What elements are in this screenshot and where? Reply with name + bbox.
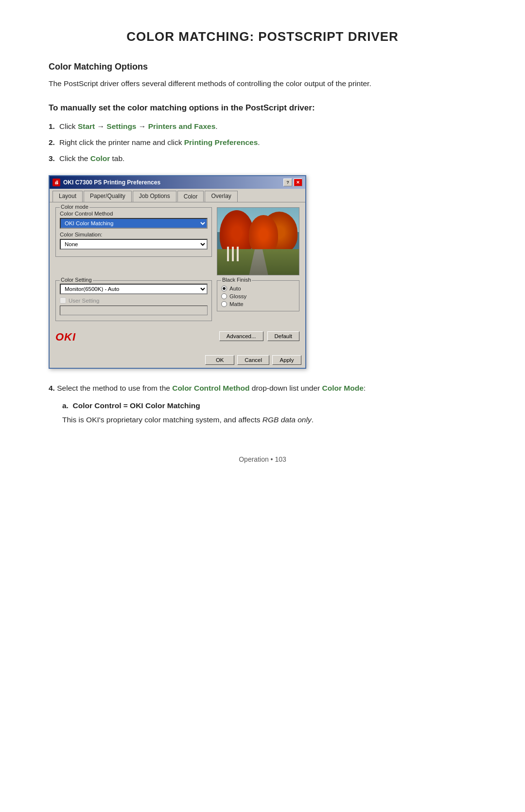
- radio-glossy-circle: [221, 293, 227, 299]
- user-setting-text-input: [60, 306, 208, 315]
- tree-landscape: [217, 208, 299, 275]
- black-finish-label: Black Finish: [221, 277, 252, 283]
- black-finish-options: Auto Glossy Matte: [221, 286, 295, 307]
- step-3: 3. Click the Color tab.: [49, 153, 476, 165]
- dialog-main-area: Color mode Color Control Method OKI Colo…: [55, 207, 299, 275]
- color-setting-group-wrapper: Color Setting Monitor(6500K) - Auto User…: [55, 280, 212, 325]
- step4-text2: drop-down list under: [249, 384, 322, 392]
- section1-heading: Color Matching Options: [49, 62, 476, 72]
- radio-glossy-label: Glossy: [229, 293, 246, 299]
- black-finish-group: Black Finish Auto Glossy: [217, 280, 299, 311]
- fence-post-1: [227, 247, 229, 261]
- default-button[interactable]: Default: [267, 331, 299, 341]
- tab-layout[interactable]: Layout: [52, 191, 83, 202]
- substep-a-body-before: This is OKI's proprietary color matching…: [62, 415, 262, 424]
- substep-a-title: Color Control = OKI Color Matching: [73, 401, 200, 410]
- apply-button[interactable]: Apply: [272, 355, 301, 365]
- substep-a-label: a.: [62, 401, 69, 410]
- fence-post-2: [232, 247, 234, 261]
- dialog-title: OKI C7300 PS Printing Preferences: [63, 179, 283, 186]
- oki-logo: OKI: [55, 331, 76, 343]
- step1-link-printers: Printers and Faxes: [148, 122, 216, 130]
- color-simulation-dropdown[interactable]: None: [60, 239, 208, 250]
- substep-a-body-italic: RGB data only: [262, 415, 312, 424]
- color-mode-group: Color mode Color Control Method OKI Colo…: [55, 207, 212, 257]
- user-setting-checkbox: User Setting: [60, 297, 208, 304]
- dialog-control-buttons: ? ✕: [283, 179, 302, 186]
- advanced-button[interactable]: Advanced...: [219, 331, 263, 341]
- dialog-tabs: Layout Paper/Quality Job Options Color O…: [50, 189, 305, 202]
- step3-text-after: tab.: [112, 154, 125, 162]
- color-control-dropdown[interactable]: OKI Color Matching: [60, 218, 208, 229]
- black-finish-group-wrapper: Black Finish Auto Glossy: [217, 280, 299, 325]
- dialog-box: 🖨 OKI C7300 PS Printing Preferences ? ✕ …: [49, 175, 306, 369]
- color-control-label: Color Control Method: [60, 211, 208, 217]
- color-mode-label: Color mode: [60, 204, 89, 210]
- page-title: COLOR MATCHING: POSTSCRIPT DRIVER: [49, 29, 476, 44]
- close-button[interactable]: ✕: [294, 179, 302, 186]
- radio-auto-circle: [221, 286, 227, 291]
- step4-text3: :: [364, 384, 366, 392]
- color-simulation-label: Color Simulation:: [60, 232, 208, 237]
- step3-num: 3.: [49, 153, 55, 165]
- page-footer: Operation • 103: [49, 455, 476, 463]
- section1-body: The PostScript driver offers several dif…: [49, 78, 476, 90]
- step1-link-settings: Settings: [106, 122, 136, 130]
- step1-period: .: [215, 122, 217, 130]
- step-2: 2. Right click the printer name and clic…: [49, 137, 476, 149]
- step1-arrow2: →: [139, 122, 148, 130]
- tab-overlay[interactable]: Overlay: [205, 191, 237, 202]
- dialog-left: Color mode Color Control Method OKI Colo…: [55, 207, 212, 275]
- dialog-content: Color mode Color Control Method OKI Colo…: [50, 202, 305, 352]
- substep-a-body: This is OKI's proprietary color matching…: [62, 414, 476, 426]
- user-setting-label: User Setting: [69, 298, 99, 304]
- section2-heading: To manually set the color matching optio…: [49, 103, 476, 113]
- dialog-bottom-groups: Color Setting Monitor(6500K) - Auto User…: [55, 280, 299, 325]
- steps-list: 1. Click Start → Settings → Printers and…: [49, 121, 476, 164]
- step-1: 1. Click Start → Settings → Printers and…: [49, 121, 476, 133]
- dialog-right: [217, 207, 299, 275]
- step4-link2: Color Mode: [322, 384, 364, 392]
- ok-button[interactable]: OK: [205, 355, 234, 365]
- step3-link: Color: [90, 154, 110, 162]
- step3-text: Click the Color tab.: [59, 154, 124, 162]
- step2-text: Right click the printer name and click P…: [59, 138, 260, 146]
- fence-post-3: [237, 247, 239, 261]
- step1-text: Click Start → Settings → Printers and Fa…: [59, 122, 218, 130]
- dialog-titlebar: 🖨 OKI C7300 PS Printing Preferences ? ✕: [50, 176, 305, 189]
- substep-a-body-after: .: [312, 415, 314, 424]
- help-button[interactable]: ?: [283, 179, 292, 186]
- step2-num: 2.: [49, 137, 55, 149]
- dialog-wrapper: 🖨 OKI C7300 PS Printing Preferences ? ✕ …: [49, 175, 476, 369]
- radio-glossy[interactable]: Glossy: [221, 293, 295, 299]
- tab-job-options[interactable]: Job Options: [133, 191, 176, 202]
- radio-matte-circle: [221, 301, 227, 307]
- tab-color[interactable]: Color: [177, 191, 204, 202]
- radio-auto[interactable]: Auto: [221, 286, 295, 291]
- user-setting-input[interactable]: [60, 297, 66, 304]
- step1-arrow1: →: [97, 122, 107, 130]
- foliage-right: [249, 215, 278, 254]
- advanced-default-buttons: Advanced... Default: [219, 331, 299, 341]
- tab-paper-quality[interactable]: Paper/Quality: [84, 191, 132, 202]
- cancel-button[interactable]: Cancel: [237, 355, 269, 365]
- radio-matte-label: Matte: [229, 301, 244, 307]
- step4-text: Select the method to use from the: [57, 384, 172, 392]
- printer-icon: 🖨: [52, 179, 60, 186]
- substep-a-heading: a. Color Control = OKI Color Matching: [62, 401, 476, 410]
- step2-period: .: [258, 138, 260, 146]
- step4: 4. Select the method to use from the Col…: [49, 382, 476, 395]
- step2-link: Printing Preferences: [184, 138, 258, 146]
- footer-text: Operation • 103: [239, 455, 286, 463]
- step4-num: 4.: [49, 384, 55, 392]
- color-setting-label: Color Setting: [60, 277, 93, 283]
- preview-image: [217, 207, 299, 275]
- color-setting-group: Color Setting Monitor(6500K) - Auto User…: [55, 280, 212, 321]
- step1-num: 1.: [49, 121, 55, 133]
- step1-link-start: Start: [78, 122, 95, 130]
- dialog-footer-buttons: OK Cancel Apply: [50, 352, 305, 368]
- color-setting-dropdown[interactable]: Monitor(6500K) - Auto: [60, 284, 208, 294]
- radio-matte[interactable]: Matte: [221, 301, 295, 307]
- radio-auto-label: Auto: [229, 286, 241, 291]
- step4-link1: Color Control Method: [172, 384, 249, 392]
